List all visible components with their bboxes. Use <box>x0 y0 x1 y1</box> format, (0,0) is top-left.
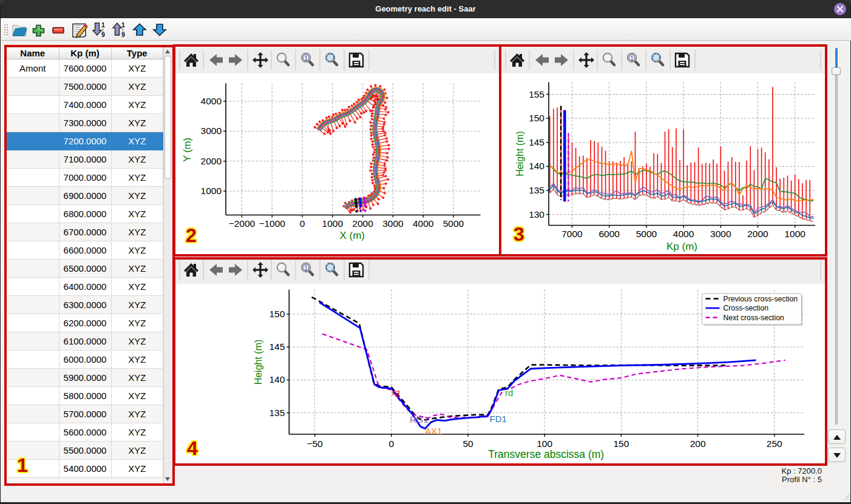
svg-text:3000: 3000 <box>382 218 404 229</box>
svg-text:−50: −50 <box>307 438 323 449</box>
svg-text:135: 135 <box>529 185 544 195</box>
svg-text:145: 145 <box>269 341 285 352</box>
svg-text:0: 0 <box>388 438 394 449</box>
svg-text:5000: 5000 <box>636 229 657 239</box>
svg-text:135: 135 <box>269 408 285 418</box>
svg-text:1000: 1000 <box>322 218 344 229</box>
svg-text:rg: rg <box>392 387 400 397</box>
svg-text:1: 1 <box>101 21 105 29</box>
svg-text:4000: 4000 <box>413 218 434 229</box>
svg-text:FD1: FD1 <box>490 414 507 424</box>
svg-text:2000: 2000 <box>201 156 222 166</box>
svg-text:3000: 3000 <box>710 229 731 239</box>
svg-text:4000: 4000 <box>673 229 694 239</box>
svg-text:155: 155 <box>529 89 544 99</box>
svg-text:Height (m): Height (m) <box>253 340 263 385</box>
svg-text:1000: 1000 <box>784 229 805 239</box>
svg-text:250: 250 <box>767 438 782 449</box>
svg-text:130: 130 <box>529 209 544 220</box>
svg-text:Next cross-section: Next cross-section <box>724 314 784 322</box>
svg-text:50: 50 <box>463 438 473 449</box>
svg-text:Cross-section: Cross-section <box>724 304 769 312</box>
svg-text:140: 140 <box>529 161 544 171</box>
svg-text:9: 9 <box>121 31 125 38</box>
svg-text:Previous cross-section: Previous cross-section <box>724 295 798 303</box>
svg-text:Transverse abscissa (m): Transverse abscissa (m) <box>488 448 604 460</box>
svg-text:Y (m): Y (m) <box>181 138 192 162</box>
svg-text:Height (m): Height (m) <box>515 131 525 176</box>
svg-text:1: 1 <box>121 21 125 29</box>
svg-text:145: 145 <box>529 137 544 147</box>
svg-text:5000: 5000 <box>443 218 464 229</box>
svg-text:3000: 3000 <box>201 126 222 136</box>
svg-text:150: 150 <box>613 438 629 449</box>
svg-text:rd: rd <box>505 388 513 398</box>
svg-text:100: 100 <box>537 438 552 449</box>
svg-text:4000: 4000 <box>201 96 222 106</box>
svg-text:X (m): X (m) <box>339 230 365 241</box>
svg-text:9: 9 <box>101 31 105 38</box>
svg-text:150: 150 <box>529 113 544 123</box>
svg-text:−2000: −2000 <box>229 218 256 229</box>
svg-text:6000: 6000 <box>598 229 620 239</box>
svg-text:2000: 2000 <box>747 229 768 239</box>
svg-text:2000: 2000 <box>352 218 373 229</box>
svg-text:RG1: RG1 <box>410 414 429 425</box>
svg-text:7000: 7000 <box>561 229 583 239</box>
svg-text:1000: 1000 <box>201 186 222 196</box>
svg-text:200: 200 <box>690 438 706 449</box>
svg-text:140: 140 <box>269 374 285 385</box>
svg-text:−1000: −1000 <box>259 218 285 229</box>
svg-text:Kp (m): Kp (m) <box>666 241 697 252</box>
svg-text:AX1: AX1 <box>425 426 442 436</box>
svg-text:0: 0 <box>300 218 305 229</box>
svg-text:150: 150 <box>269 309 285 319</box>
